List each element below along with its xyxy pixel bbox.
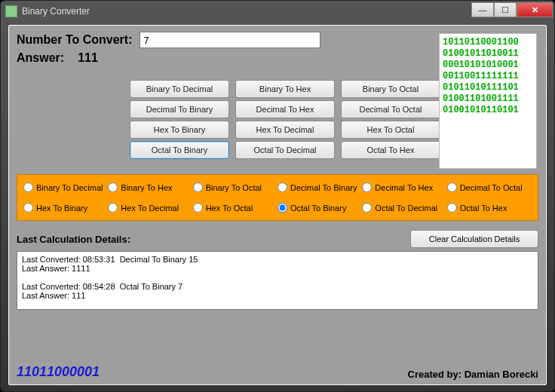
- window-title: Binary Converter: [22, 6, 90, 17]
- radio-label: Octal To Hex: [460, 204, 507, 213]
- convert-button-decimal-to-octal[interactable]: Decimal To Octal: [341, 100, 440, 118]
- radio-label: Octal To Binary: [290, 204, 346, 213]
- radio-label: Hex To Binary: [36, 204, 87, 213]
- radio-input[interactable]: [362, 203, 372, 213]
- radio-label: Octal To Decimal: [375, 204, 437, 213]
- radio-input[interactable]: [278, 182, 287, 192]
- client-area: Number To Convert: Answer: 111 Binary To…: [8, 25, 547, 385]
- convert-button-octal-to-hex[interactable]: Octal To Hex: [341, 141, 440, 159]
- convert-button-decimal-to-binary[interactable]: Decimal To Binary: [130, 100, 229, 118]
- app-window: Binary Converter — ☐ ✕ Number To Convert…: [0, 0, 555, 392]
- convert-button-binary-to-hex[interactable]: Binary To Hex: [235, 80, 335, 98]
- radio-input[interactable]: [23, 182, 33, 192]
- radio-label: Hex To Decimal: [121, 204, 179, 213]
- radio-label: Decimal To Binary: [290, 183, 357, 192]
- radio-input[interactable]: [23, 203, 33, 213]
- convert-button-octal-to-binary[interactable]: Octal To Binary: [130, 141, 229, 159]
- radio-label: Decimal To Hex: [375, 183, 433, 192]
- radio-label: Binary To Hex: [121, 183, 172, 192]
- radio-label: Hex To Octal: [206, 204, 253, 213]
- clear-button[interactable]: Clear Calculation Details: [410, 230, 538, 248]
- radio-input[interactable]: [447, 182, 457, 192]
- convert-button-binary-to-octal[interactable]: Binary To Octal: [341, 80, 440, 98]
- radio-octal-to-binary[interactable]: Octal To Binary: [278, 203, 362, 213]
- titlebar: Binary Converter — ☐ ✕: [1, 1, 554, 22]
- number-label: Number To Convert:: [17, 33, 132, 47]
- minimize-button[interactable]: —: [471, 2, 494, 17]
- maximize-button[interactable]: ☐: [494, 2, 517, 17]
- radio-decimal-to-hex[interactable]: Decimal To Hex: [362, 182, 446, 192]
- radio-decimal-to-octal[interactable]: Decimal To Octal: [447, 182, 532, 192]
- log-textarea[interactable]: Last Converted: 08:53:31 Decimal To Bina…: [17, 251, 538, 310]
- titlebar-buttons: — ☐ ✕: [471, 2, 553, 17]
- radio-label: Binary To Decimal: [36, 183, 103, 192]
- number-input[interactable]: [140, 32, 320, 48]
- convert-button-octal-to-decimal[interactable]: Octal To Decimal: [235, 141, 335, 159]
- radio-input[interactable]: [193, 182, 203, 192]
- convert-button-hex-to-binary[interactable]: Hex To Binary: [130, 121, 229, 139]
- radio-input[interactable]: [193, 203, 203, 213]
- radio-input[interactable]: [108, 182, 118, 192]
- radio-input[interactable]: [447, 203, 457, 213]
- radio-binary-to-octal[interactable]: Binary To Octal: [193, 182, 278, 192]
- convert-button-decimal-to-hex[interactable]: Decimal To Hex: [235, 100, 335, 118]
- close-button[interactable]: ✕: [517, 2, 553, 17]
- convert-button-binary-to-decimal[interactable]: Binary To Decimal: [130, 80, 229, 98]
- radio-decimal-to-binary[interactable]: Decimal To Binary: [278, 182, 362, 192]
- radio-input[interactable]: [278, 203, 287, 213]
- radio-hex-to-binary[interactable]: Hex To Binary: [23, 203, 108, 213]
- radio-binary-to-hex[interactable]: Binary To Hex: [108, 182, 192, 192]
- radio-hex-to-octal[interactable]: Hex To Octal: [193, 203, 278, 213]
- radio-label: Decimal To Octal: [460, 183, 523, 192]
- convert-button-hex-to-octal[interactable]: Hex To Octal: [341, 121, 440, 139]
- convert-button-hex-to-decimal[interactable]: Hex To Decimal: [235, 121, 335, 139]
- answer-label: Answer:: [17, 51, 64, 65]
- details-header: Last Calculation Details: Clear Calculat…: [17, 230, 538, 248]
- details-label: Last Calculation Details:: [17, 234, 130, 245]
- radio-octal-to-hex[interactable]: Octal To Hex: [447, 203, 532, 213]
- credit-label: Created by: Damian Borecki: [408, 369, 538, 380]
- answer-value: 111: [78, 51, 98, 65]
- radio-binary-to-decimal[interactable]: Binary To Decimal: [23, 182, 108, 192]
- radio-input[interactable]: [108, 203, 118, 213]
- radio-label: Binary To Octal: [206, 183, 262, 192]
- binary-decoration: 10110110001100 01001011010011 0001010101…: [439, 33, 537, 169]
- radio-hex-to-decimal[interactable]: Hex To Decimal: [108, 203, 192, 213]
- app-icon: [5, 5, 17, 17]
- footer-binary: 11011000001: [17, 364, 100, 380]
- radio-panel: Binary To DecimalBinary To HexBinary To …: [17, 174, 538, 221]
- radio-input[interactable]: [362, 182, 372, 192]
- footer: 11011000001 Created by: Damian Borecki: [17, 364, 538, 380]
- radio-octal-to-decimal[interactable]: Octal To Decimal: [362, 203, 446, 213]
